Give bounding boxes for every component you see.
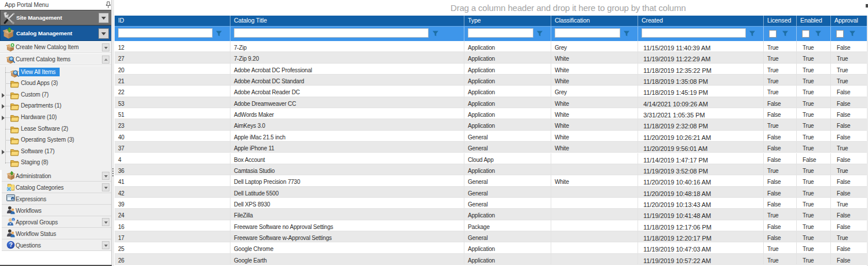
svg-text:?: ? <box>9 242 13 248</box>
svg-text:e: e <box>12 197 13 201</box>
